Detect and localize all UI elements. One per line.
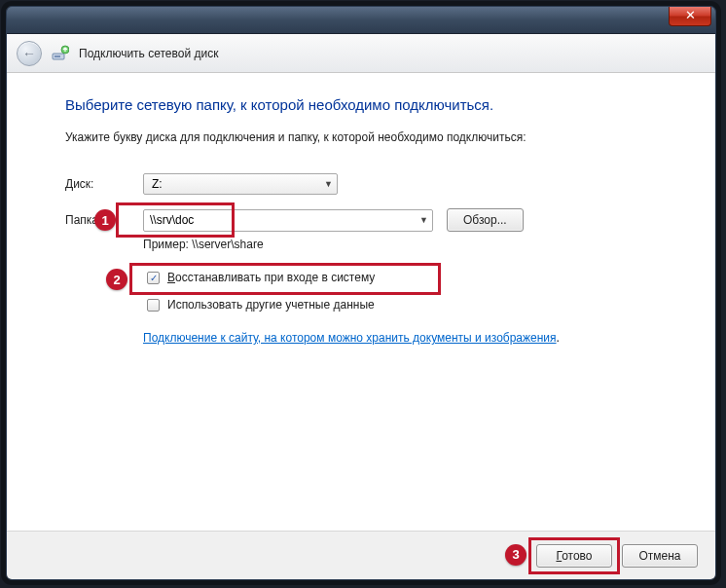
link-period: . — [557, 331, 560, 345]
chevron-down-icon: ▼ — [324, 179, 333, 189]
back-button[interactable]: ← — [17, 41, 42, 66]
wizard-header: ← Подключить сетевой диск — [7, 34, 715, 73]
reconnect-label: Восстанавливать при входе в систему — [167, 271, 375, 284]
other-creds-label: Использовать другие учетные данные — [167, 298, 375, 312]
check-icon: ✓ — [150, 273, 158, 283]
other-creds-checkbox[interactable] — [147, 299, 160, 312]
dialog-footer: 3 Готово Отмена — [7, 531, 715, 579]
svg-rect-1 — [54, 55, 60, 57]
folder-value: \\srv\doc — [150, 213, 194, 227]
browse-button[interactable]: Обзор... — [447, 208, 524, 232]
reconnect-checkbox-row[interactable]: ✓ Восстанавливать при входе в систему — [143, 267, 678, 288]
network-drive-icon — [52, 45, 69, 62]
annotation-badge-3: 3 — [505, 544, 526, 566]
drive-label: Диск: — [65, 177, 143, 191]
drive-row: Диск: Z: ▼ — [65, 173, 678, 195]
finish-button[interactable]: Готово — [536, 544, 612, 568]
connect-website-link[interactable]: Подключение к сайту, на котором можно хр… — [143, 331, 557, 345]
dialog-window: ✕ ← Подключить сетевой диск Выберите сет… — [6, 6, 716, 580]
titlebar: ✕ — [7, 7, 715, 34]
folder-input[interactable]: \\srv\doc ▼ — [143, 209, 433, 232]
header-title: Подключить сетевой диск — [79, 47, 218, 60]
folder-row: Папка: 1 \\srv\doc ▼ Обзор... — [65, 208, 678, 232]
annotation-badge-1: 1 — [94, 209, 116, 231]
example-text: Пример: \\server\share — [143, 238, 678, 251]
arrow-left-icon: ← — [22, 46, 36, 61]
instruction-text: Укажите букву диска для подключения и па… — [65, 130, 678, 144]
close-button[interactable]: ✕ — [669, 7, 711, 26]
annotation-badge-2: 2 — [106, 269, 127, 290]
cancel-button[interactable]: Отмена — [622, 544, 698, 568]
drive-value: Z: — [152, 177, 163, 191]
dialog-content: Выберите сетевую папку, к которой необхо… — [7, 73, 715, 531]
reconnect-checkbox[interactable]: ✓ — [147, 272, 160, 284]
chevron-down-icon: ▼ — [419, 215, 428, 225]
other-creds-checkbox-row[interactable]: Использовать другие учетные данные — [143, 294, 678, 315]
main-heading: Выберите сетевую папку, к которой необхо… — [65, 96, 678, 113]
drive-select[interactable]: Z: ▼ — [143, 173, 338, 195]
